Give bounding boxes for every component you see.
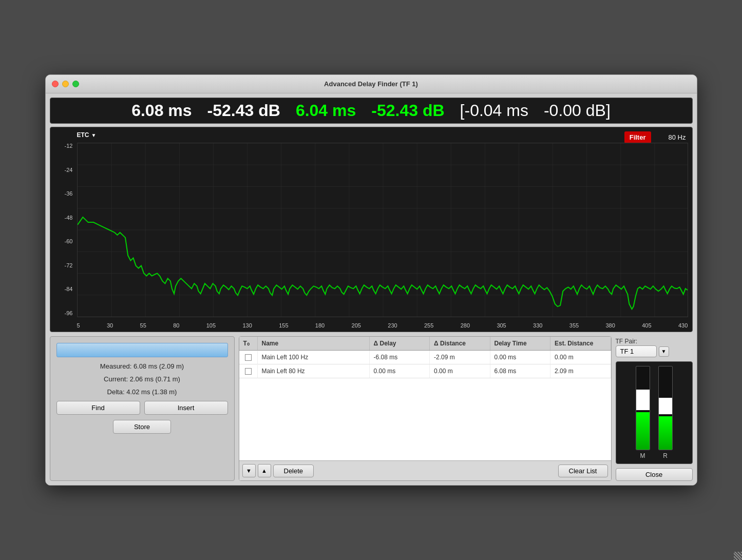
move-up-button[interactable]: ▲: [258, 464, 271, 477]
traffic-lights: [52, 81, 79, 87]
tf-select-row: TF 1 ▼: [616, 345, 693, 357]
x-label-5: 5: [77, 322, 80, 329]
x-label-380: 380: [605, 322, 615, 329]
row2-delta-distance: 0.00 m: [430, 364, 490, 378]
y-label-12: -12: [65, 143, 73, 149]
x-label-305: 305: [497, 322, 506, 329]
current-row: Current: 2.06 ms (0.71 m): [56, 375, 228, 383]
window-title: Advanced Delay Finder (TF 1): [324, 80, 418, 88]
col-header-name: Name: [258, 337, 370, 350]
x-label-330: 330: [533, 322, 542, 329]
meter-m-label: M: [640, 452, 645, 459]
current-label: Current:: [104, 375, 128, 383]
info-buttons: Find Insert: [56, 401, 228, 415]
meters-panel: TF Pair: TF 1 ▼ M: [616, 336, 693, 481]
measured-db: -52.43 dB: [207, 101, 280, 120]
x-axis: 5 30 55 80 105 130 155 180 205 230 255 2…: [77, 322, 688, 329]
delta-value: 4.02 ms (1.38 m): [126, 388, 177, 396]
x-label-155: 155: [279, 322, 288, 329]
green-db: -52.43 dB: [371, 101, 444, 120]
measured-label: Measured:: [100, 362, 131, 370]
maximize-traffic-light[interactable]: [72, 81, 79, 87]
meter-r-wrapper: R: [658, 366, 673, 459]
delete-button[interactable]: Delete: [273, 465, 314, 477]
x-label-405: 405: [642, 322, 651, 329]
bracket-ms: [-0.04 ms: [460, 101, 528, 120]
find-button[interactable]: Find: [56, 401, 140, 415]
y-label-96: -96: [65, 310, 73, 316]
meter-r: [658, 366, 673, 450]
measured-ms: 6.08 ms: [131, 101, 192, 120]
table-body: Main Left 100 Hz -6.08 ms -2.09 m 0.00 m…: [239, 351, 611, 460]
tf-select[interactable]: TF 1: [616, 345, 657, 357]
current-value: 2.06 ms (0.71 m): [130, 375, 180, 383]
delta-row: Delta: 4.02 ms (1.38 m): [56, 388, 228, 396]
x-label-55: 55: [140, 322, 146, 329]
row1-checkbox[interactable]: [245, 354, 252, 361]
minimize-traffic-light[interactable]: [62, 81, 69, 87]
main-content: 6.08 ms -52.43 dB 6.04 ms -52.43 dB [-0.…: [46, 93, 697, 485]
bottom-panel: Measured: 6.08 ms (2.09 m) Current: 2.06…: [50, 336, 693, 481]
x-label-130: 130: [242, 322, 252, 329]
x-label-255: 255: [424, 322, 433, 329]
meter-m-white: [636, 390, 650, 411]
meter-r-green: [659, 416, 672, 450]
move-down-button[interactable]: ▼: [242, 464, 256, 477]
chart-type-label[interactable]: ETC ▼: [77, 131, 97, 139]
x-label-430: 430: [678, 322, 688, 329]
green-ms: 6.04 ms: [296, 101, 356, 120]
row1-checkbox-cell: [239, 351, 258, 364]
x-label-30: 30: [107, 322, 113, 329]
row1-delta-distance: -2.09 m: [430, 351, 490, 364]
table-section: T₀ Name Δ Delay Δ Distance Delay Time Es…: [239, 336, 612, 481]
x-label-230: 230: [388, 322, 397, 329]
insert-button[interactable]: Insert: [144, 401, 228, 415]
row2-delay-time: 6.08 ms: [490, 364, 551, 378]
x-label-105: 105: [206, 322, 216, 329]
main-window: Advanced Delay Finder (TF 1) 6.08 ms -52…: [45, 74, 697, 486]
y-label-84: -84: [65, 286, 73, 292]
row2-checkbox[interactable]: [245, 368, 252, 375]
y-label-72: -72: [65, 262, 73, 268]
table-footer: ▼ ▲ Delete Clear List: [239, 460, 611, 480]
store-button[interactable]: Store: [113, 420, 171, 434]
x-label-280: 280: [461, 322, 470, 329]
clear-list-button[interactable]: Clear List: [558, 465, 608, 477]
chart-container[interactable]: ETC ▼ Filter 80 Hz -12 -24 -36 -48 -60 -…: [50, 127, 693, 332]
delta-label: Delta:: [107, 388, 125, 396]
table-row: Main Left 100 Hz -6.08 ms -2.09 m 0.00 m…: [239, 351, 611, 364]
meter-r-white: [659, 398, 672, 414]
chart-svg: [78, 143, 688, 317]
row1-delta-delay: -6.08 ms: [370, 351, 430, 364]
measured-row: Measured: 6.08 ms (2.09 m): [56, 362, 228, 370]
tf-dropdown-icon[interactable]: ▼: [659, 346, 669, 357]
y-axis: -12 -24 -36 -48 -60 -72 -84 -96: [50, 143, 76, 316]
col-header-to: T₀: [239, 337, 258, 350]
tf-pair-section: TF Pair: TF 1 ▼: [616, 336, 693, 357]
measured-value: 6.08 ms (2.09 m): [134, 362, 184, 370]
row2-delta-delay: 0.00 ms: [370, 364, 430, 378]
close-traffic-light[interactable]: [52, 81, 59, 87]
y-label-48: -48: [65, 215, 73, 221]
table-row: Main Left 80 Hz 0.00 ms 0.00 m 6.08 ms 2…: [239, 364, 611, 378]
meter-m-wrapper: M: [636, 366, 650, 459]
row2-checkbox-cell: [239, 365, 258, 378]
x-label-180: 180: [315, 322, 325, 329]
filter-button[interactable]: Filter: [624, 131, 651, 143]
bracket-db: -0.00 dB]: [544, 101, 611, 120]
x-label-355: 355: [569, 322, 579, 329]
close-button[interactable]: Close: [616, 468, 693, 481]
info-panel: Measured: 6.08 ms (2.09 m) Current: 2.06…: [50, 336, 235, 481]
blue-bar: [56, 343, 228, 357]
store-btn-row: Store: [56, 420, 228, 434]
titlebar: Advanced Delay Finder (TF 1): [46, 75, 697, 93]
col-header-delta-distance: Δ Distance: [430, 337, 490, 350]
meters-container: M R: [616, 361, 693, 464]
y-label-60: -60: [65, 238, 73, 244]
col-header-delay-time: Delay Time: [490, 337, 551, 350]
row1-est-distance: 0.00 m: [550, 351, 611, 364]
chart-type-dropdown-icon: ▼: [91, 132, 97, 138]
hz-label: 80 Hz: [669, 133, 686, 141]
tf-pair-label: TF Pair:: [616, 338, 638, 345]
x-label-205: 205: [352, 322, 361, 329]
